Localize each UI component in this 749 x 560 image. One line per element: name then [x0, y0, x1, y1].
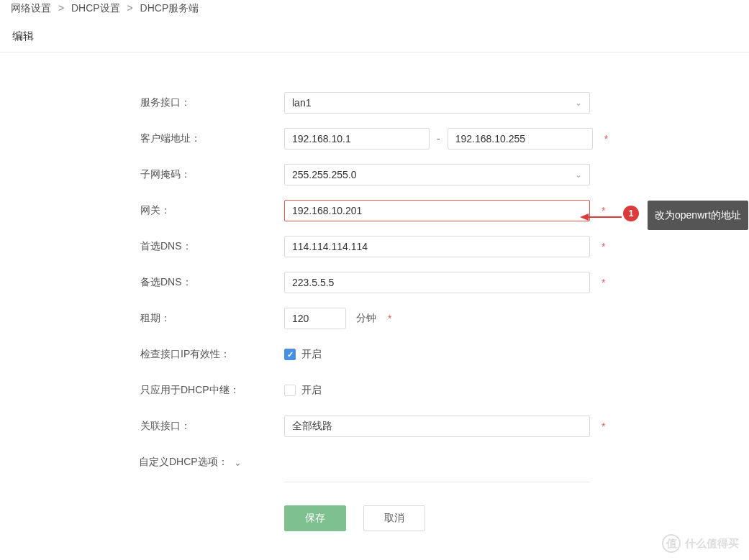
breadcrumb: 网络设置 > DHCP设置 > DHCP服务端: [0, 0, 749, 21]
label-subnet-mask: 子网掩码：: [0, 168, 284, 181]
input-gateway[interactable]: [284, 200, 590, 221]
checkbox-check-ip-validity[interactable]: [284, 349, 296, 360]
page-title: 编辑: [0, 21, 749, 52]
row-primary-dns: 首选DNS： *: [0, 236, 749, 257]
row-related-interface: 关联接口： 全部线路 *: [0, 416, 749, 437]
label-check-ip-validity: 检查接口IP有效性：: [0, 348, 284, 361]
label-secondary-dns: 备选DNS：: [0, 276, 284, 289]
row-dhcp-relay-only: 只应用于DHCP中继： 开启: [0, 380, 749, 401]
row-custom-dhcp-options: 自定义DHCP选项： ⌄: [0, 451, 749, 473]
input-client-address-start[interactable]: [284, 128, 430, 150]
input-lease[interactable]: [284, 308, 346, 329]
input-primary-dns[interactable]: [284, 236, 590, 257]
input-related-interface[interactable]: 全部线路: [284, 416, 590, 437]
annotation-badge: 1: [623, 206, 639, 221]
watermark-text: 什么值得买: [685, 537, 739, 551]
save-button[interactable]: 保存: [284, 505, 346, 531]
label-dhcp-relay-only: 只应用于DHCP中继：: [0, 384, 284, 397]
required-marker: *: [602, 277, 605, 288]
input-secondary-dns[interactable]: [284, 272, 590, 293]
checkbox-dhcp-relay-only[interactable]: [284, 385, 296, 396]
breadcrumb-sep: >: [127, 2, 133, 14]
row-subnet-mask: 子网掩码： 255.255.255.0 ⌄: [0, 164, 749, 185]
row-secondary-dns: 备选DNS： *: [0, 272, 749, 293]
select-service-interface[interactable]: lan1 ⌄: [284, 92, 590, 114]
required-marker: *: [388, 313, 391, 324]
chevron-down-icon: ⌄: [575, 170, 582, 180]
required-marker: *: [602, 205, 605, 216]
required-marker: *: [602, 241, 605, 252]
required-marker: *: [604, 133, 608, 144]
row-service-interface: 服务接口： lan1 ⌄: [0, 92, 749, 114]
label-service-interface: 服务接口：: [0, 96, 284, 109]
button-row: 保存 取消: [284, 505, 749, 531]
chevron-down-icon: ⌄: [234, 457, 242, 468]
label-lease: 租期：: [0, 312, 284, 325]
divider: [284, 482, 590, 482]
row-client-address: 客户端地址： - *: [0, 128, 749, 150]
label-custom-dhcp-options[interactable]: 自定义DHCP选项： ⌄: [0, 456, 284, 469]
label-related-interface: 关联接口：: [0, 420, 284, 433]
watermark-icon: 值: [662, 534, 681, 553]
row-check-ip-validity: 检查接口IP有效性： 开启: [0, 344, 749, 365]
watermark: 值 什么值得买: [662, 534, 739, 553]
checkbox-label: 开启: [301, 384, 322, 397]
breadcrumb-item[interactable]: DHCP设置: [71, 2, 120, 14]
label-gateway: 网关：: [0, 204, 284, 217]
label-primary-dns: 首选DNS：: [0, 240, 284, 253]
chevron-down-icon: ⌄: [575, 98, 582, 108]
select-value: 255.255.255.0: [292, 169, 357, 180]
label-client-address: 客户端地址：: [0, 132, 284, 145]
breadcrumb-item[interactable]: DHCP服务端: [140, 2, 199, 14]
unit-minutes: 分钟: [356, 312, 376, 325]
breadcrumb-sep: >: [58, 2, 64, 14]
range-separator: -: [437, 133, 440, 144]
checkbox-label: 开启: [301, 348, 322, 361]
input-client-address-end[interactable]: [448, 128, 593, 150]
cancel-button[interactable]: 取消: [363, 505, 425, 531]
select-value: lan1: [292, 97, 311, 109]
required-marker: *: [602, 421, 605, 432]
breadcrumb-item[interactable]: 网络设置: [11, 2, 51, 14]
row-lease: 租期： 分钟 *: [0, 308, 749, 329]
form-container: 服务接口： lan1 ⌄ 客户端地址： - * 子网掩码： 255.255.25…: [0, 52, 749, 531]
annotation-text: 改为openwrt的地址: [648, 201, 748, 230]
select-subnet-mask[interactable]: 255.255.255.0 ⌄: [284, 164, 590, 185]
